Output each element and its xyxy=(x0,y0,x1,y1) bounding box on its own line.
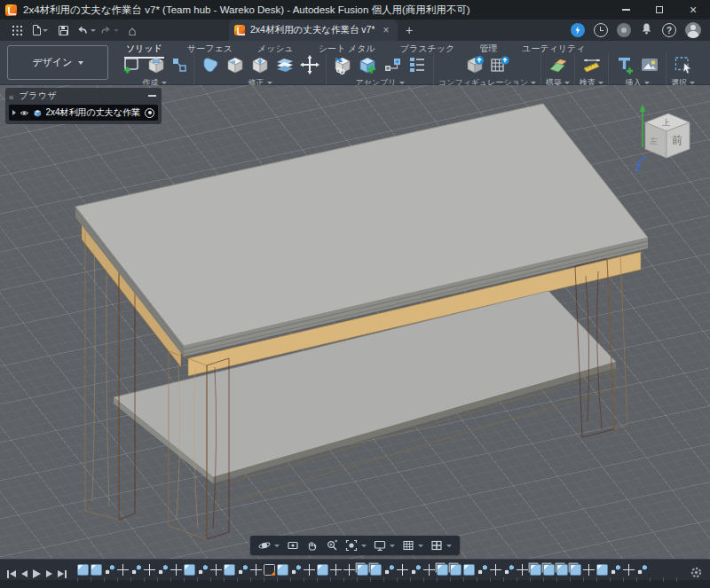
grid-settings-button[interactable] xyxy=(402,539,423,552)
timeline-feature-icon[interactable] xyxy=(304,564,315,576)
viewports-button[interactable] xyxy=(430,539,452,552)
notifications-bell-icon[interactable] xyxy=(640,22,653,39)
fillet-button[interactable] xyxy=(224,53,247,76)
timeline-feature-icon[interactable] xyxy=(77,564,89,576)
timeline-feature-icon[interactable] xyxy=(583,564,595,576)
timeline-feature-icon[interactable] xyxy=(517,564,528,576)
press-pull-button[interactable] xyxy=(199,53,222,76)
step-forward-button[interactable] xyxy=(46,568,52,580)
undo-button[interactable] xyxy=(75,20,98,40)
timeline-feature-icon[interactable] xyxy=(277,564,288,576)
timeline-feature-icon[interactable] xyxy=(623,564,635,576)
timeline-feature-icon[interactable] xyxy=(543,564,555,576)
timeline-feature-icon[interactable] xyxy=(570,564,581,576)
timeline-feature-icon[interactable] xyxy=(210,564,222,576)
timeline-feature-icon[interactable] xyxy=(423,564,435,576)
timeline-settings-gear-icon[interactable] xyxy=(690,566,703,583)
timeline-feature-icon[interactable] xyxy=(330,564,342,576)
activate-component-radio[interactable] xyxy=(145,108,154,118)
timeline-feature-icon[interactable] xyxy=(184,564,195,576)
workbench-model[interactable] xyxy=(0,85,710,559)
browser-root-label[interactable]: 2x4材利用の丈夫な作業台 v7 xyxy=(46,106,141,119)
profile-status-icon[interactable] xyxy=(617,23,631,37)
timeline-feature-icon[interactable] xyxy=(224,564,235,576)
timeline-feature-icon[interactable] xyxy=(490,564,501,576)
timeline-feature-icon[interactable] xyxy=(437,564,448,576)
app-grid-button[interactable] xyxy=(5,20,28,40)
timeline-feature-icon[interactable] xyxy=(503,564,515,576)
select-button[interactable] xyxy=(672,53,695,76)
timeline-feature-icon[interactable] xyxy=(264,564,275,576)
help-icon[interactable] xyxy=(662,23,676,37)
timeline-feature-icon[interactable] xyxy=(636,564,648,576)
timeline-feature-icon[interactable] xyxy=(397,564,408,576)
minimize-panel-icon[interactable] xyxy=(148,95,156,97)
view-cube[interactable]: Z 上 前 左 xyxy=(630,90,703,172)
create-primitive-button[interactable] xyxy=(145,53,168,76)
timeline-feature-icon[interactable] xyxy=(357,564,368,576)
pan-button[interactable] xyxy=(306,539,319,552)
document-tab[interactable]: 2x4材利用の丈夫な作業台 v7* xyxy=(229,20,398,41)
timeline-feature-icon[interactable] xyxy=(596,564,608,576)
minimize-button[interactable] xyxy=(609,0,643,20)
offset-plane-button[interactable] xyxy=(273,53,296,76)
viewcube-left-label[interactable]: 左 xyxy=(650,137,658,145)
viewcube-front-label[interactable]: 前 xyxy=(672,134,682,146)
go-to-end-button[interactable] xyxy=(58,568,67,580)
configure-design-button[interactable] xyxy=(463,53,486,76)
timeline-feature-icon[interactable] xyxy=(170,564,182,576)
timeline-feature-icon[interactable] xyxy=(130,564,142,576)
timeline-feature-icon[interactable] xyxy=(250,564,262,576)
timeline-feature-icon[interactable] xyxy=(117,564,129,576)
look-at-button[interactable] xyxy=(287,539,299,552)
timeline-feature-icon[interactable] xyxy=(91,564,102,576)
expand-arrow-icon[interactable] xyxy=(12,110,16,115)
timeline-feature-icon[interactable] xyxy=(370,564,382,576)
fit-button[interactable] xyxy=(345,539,367,552)
joint-button[interactable] xyxy=(381,53,404,76)
new-component-button[interactable] xyxy=(356,53,379,76)
redo-button[interactable] xyxy=(98,20,121,40)
timeline-feature-icon[interactable] xyxy=(383,564,395,576)
timeline-feature-icon[interactable] xyxy=(197,564,209,576)
insert-canvas-button[interactable] xyxy=(638,53,661,76)
timeline-feature-icon[interactable] xyxy=(556,564,568,576)
timeline-feature-icon[interactable] xyxy=(237,564,248,576)
job-status-icon[interactable] xyxy=(594,23,608,37)
measure-button[interactable] xyxy=(580,53,604,76)
play-button[interactable] xyxy=(33,568,41,580)
timeline-feature-icon[interactable] xyxy=(144,564,155,576)
timeline-feature-icon[interactable] xyxy=(410,564,422,576)
orbit-button[interactable] xyxy=(258,539,280,552)
timeline-feature-icon[interactable] xyxy=(290,564,302,576)
timeline-feature-icon[interactable] xyxy=(610,564,621,576)
insert-svg-button[interactable] xyxy=(613,53,636,76)
home-button[interactable] xyxy=(121,20,144,40)
timeline-feature-icon[interactable] xyxy=(317,564,328,576)
timeline-feature-icon[interactable] xyxy=(104,564,115,576)
timeline-feature-icon[interactable] xyxy=(463,564,475,576)
shell-button[interactable] xyxy=(248,53,272,76)
timeline-feature-icon[interactable] xyxy=(343,564,355,576)
display-settings-button[interactable] xyxy=(374,539,395,552)
close-button[interactable] xyxy=(676,0,710,20)
collapse-panel-icon[interactable] xyxy=(9,88,14,104)
user-avatar[interactable] xyxy=(685,22,701,38)
zoom-button[interactable] xyxy=(326,539,338,552)
new-tab-button[interactable] xyxy=(398,23,421,37)
timeline-strip[interactable] xyxy=(77,563,681,584)
construct-plane-button[interactable] xyxy=(547,53,570,76)
timeline-feature-icon[interactable] xyxy=(530,564,541,576)
timeline-feature-icon[interactable] xyxy=(477,564,488,576)
step-back-button[interactable] xyxy=(21,568,28,580)
extensions-icon[interactable] xyxy=(571,23,585,37)
visibility-eye-icon[interactable] xyxy=(20,108,29,118)
close-tab-icon[interactable] xyxy=(380,24,392,36)
timeline-feature-icon[interactable] xyxy=(450,564,462,576)
create-derive-button[interactable] xyxy=(170,53,189,76)
bom-button[interactable] xyxy=(406,53,429,76)
timeline-feature-icon[interactable] xyxy=(157,564,169,576)
maximize-button[interactable] xyxy=(643,0,676,20)
browser-root-row[interactable]: 2x4材利用の丈夫な作業台 v7 xyxy=(9,105,158,121)
viewport-canvas[interactable]: ブラウザ 2x4材利用の丈夫な作業台 v7 Z 上 前 左 xyxy=(0,85,710,559)
